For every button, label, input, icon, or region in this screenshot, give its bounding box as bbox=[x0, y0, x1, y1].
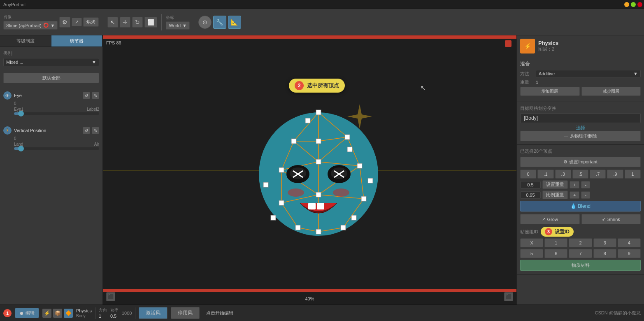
svg-rect-38 bbox=[347, 147, 352, 152]
svg-rect-27 bbox=[345, 135, 350, 140]
separator-3 bbox=[194, 14, 194, 30]
svg-rect-34 bbox=[295, 225, 300, 230]
annotation-text-2: 选中所有顶点 bbox=[307, 82, 339, 89]
tab-adjuster[interactable]: 调节器 bbox=[51, 35, 103, 47]
separator-2 bbox=[161, 14, 162, 30]
tab-hierarchy[interactable]: 等级制度 bbox=[0, 35, 51, 47]
ratio-weight-minus[interactable]: - bbox=[581, 191, 590, 199]
num-05[interactable]: .5 bbox=[572, 170, 588, 179]
material-btn[interactable]: 物质材料 bbox=[520, 260, 641, 271]
tool-active-2[interactable]: 📐 bbox=[228, 16, 241, 29]
bake-btn[interactable]: 烘烤 bbox=[83, 17, 99, 27]
method-chevron: ▼ bbox=[633, 71, 638, 76]
vertical-slider[interactable] bbox=[14, 147, 99, 150]
method-value: Additive bbox=[539, 71, 555, 76]
grow-btn[interactable]: ↗ Grow bbox=[520, 214, 580, 224]
settings-btn[interactable]: ⚙ bbox=[59, 17, 70, 28]
remove-physics-btn[interactable]: — 从物理中删除 bbox=[520, 131, 641, 141]
category-select[interactable]: Mixed ... ▼ bbox=[3, 58, 99, 66]
remove-icon: — bbox=[564, 134, 568, 139]
eye-slider[interactable] bbox=[14, 112, 99, 115]
tool-active-1[interactable]: 🔧 bbox=[213, 16, 226, 29]
grow-icon: ↗ bbox=[542, 216, 546, 222]
num-01[interactable]: .1 bbox=[537, 170, 553, 179]
id-4[interactable]: 4 bbox=[618, 238, 641, 247]
deactivate-wind-btn[interactable]: 停用风 bbox=[171, 307, 200, 319]
important-btn[interactable]: ⚙ 设置Important bbox=[520, 157, 641, 167]
select-tool-btn[interactable]: ↖ bbox=[107, 17, 118, 28]
id-x[interactable]: X bbox=[520, 238, 543, 247]
maximize-btn[interactable] bbox=[631, 2, 636, 7]
set-weight-minus[interactable]: - bbox=[581, 181, 590, 188]
svg-rect-24 bbox=[316, 110, 321, 115]
num-07[interactable]: .7 bbox=[590, 170, 606, 179]
settings-row: ⚙ ↗ 烘烤 bbox=[59, 17, 99, 28]
export-btn[interactable]: ↗ bbox=[72, 18, 82, 26]
set-weight-row: 0.5 设置重量 + - bbox=[520, 180, 641, 189]
id-8[interactable]: 8 bbox=[593, 249, 616, 258]
inc-layer-btn[interactable]: 增加图层 bbox=[520, 87, 580, 96]
default-all-btn[interactable]: 默认全部 bbox=[3, 73, 99, 83]
coordinate-dropdown[interactable]: World ▼ bbox=[166, 21, 189, 30]
svg-rect-29 bbox=[316, 159, 321, 164]
blend-main-btn[interactable]: 💧 Blend bbox=[520, 201, 641, 212]
left-panel-tabs: 等级制度 调节器 bbox=[0, 35, 102, 47]
sticker-id-display: 3 设置ID bbox=[541, 227, 574, 237]
eye-slider-thumb[interactable] bbox=[18, 111, 24, 116]
set-weight-label[interactable]: 设置重量 bbox=[542, 180, 568, 189]
eye-edit-btn[interactable]: ✎ bbox=[92, 92, 99, 99]
info-icon-1: ⚡ bbox=[42, 309, 51, 318]
dec-layer-btn[interactable]: 减少图层 bbox=[581, 87, 641, 96]
id-5[interactable]: 5 bbox=[520, 249, 543, 258]
id-1[interactable]: 1 bbox=[544, 238, 567, 247]
vertical-edit-btn[interactable]: ✎ bbox=[92, 127, 99, 134]
csdn-credit: CSDN @恬静的小魔龙 bbox=[595, 310, 641, 316]
title-bar: AnyPortrait bbox=[0, 0, 644, 9]
grid-btn[interactable]: ⊙ bbox=[198, 16, 212, 29]
window-controls[interactable] bbox=[624, 2, 642, 7]
id-row-1: X 1 2 3 4 bbox=[520, 238, 641, 247]
ratio-weight-plus[interactable]: + bbox=[570, 191, 579, 199]
num-0[interactable]: 0 bbox=[520, 170, 536, 179]
vertical-reset-btn[interactable]: ↺ bbox=[83, 127, 90, 134]
id-6[interactable]: 6 bbox=[544, 249, 567, 258]
select-link[interactable]: 选择 bbox=[576, 125, 585, 131]
vertical-labels: Land Air bbox=[3, 142, 99, 147]
move-tool-btn[interactable]: ✛ bbox=[120, 17, 130, 28]
annotation-text-1: 点击开始编辑 bbox=[206, 310, 233, 316]
svg-rect-33 bbox=[361, 196, 366, 201]
minimize-btn[interactable] bbox=[624, 2, 629, 7]
set-weight-plus[interactable]: + bbox=[570, 181, 579, 188]
vertical-param-controls: ↺ ✎ bbox=[83, 127, 99, 134]
vertical-slider-thumb[interactable] bbox=[18, 146, 24, 151]
blend-title: 混合 bbox=[520, 60, 641, 67]
canvas-zoom-in-btn[interactable]: ⬛ bbox=[504, 292, 513, 301]
coordinate-value: World bbox=[169, 23, 181, 28]
method-dropdown[interactable]: Additive ▼ bbox=[536, 70, 641, 77]
chevron-down-icon-2: ▼ bbox=[182, 23, 187, 28]
info-icons: ⚡ 📦 🔶 bbox=[42, 309, 73, 318]
coordinate-section: 坐标 World ▼ bbox=[166, 15, 189, 30]
vertex-count: 已选择28个顶点 bbox=[520, 148, 641, 154]
num-09[interactable]: .9 bbox=[607, 170, 623, 179]
num-03[interactable]: .3 bbox=[555, 170, 571, 179]
ratio-weight-label[interactable]: 比例重量 bbox=[542, 191, 568, 199]
id-9[interactable]: 9 bbox=[618, 249, 641, 258]
portrait-dropdown[interactable]: Slime (apPortrait) ⭕ ▼ bbox=[3, 21, 58, 30]
id-2[interactable]: 2 bbox=[569, 238, 592, 247]
direction-label: 方向 bbox=[99, 307, 107, 313]
canvas-zoom-out-btn[interactable]: ⬛ bbox=[106, 292, 115, 301]
svg-point-51 bbox=[288, 188, 304, 197]
eye-reset-btn[interactable]: ↺ bbox=[83, 92, 90, 99]
scale-tool-btn[interactable]: ⬜ bbox=[144, 17, 157, 28]
svg-rect-30 bbox=[357, 163, 362, 168]
num-1[interactable]: 1 bbox=[625, 170, 641, 179]
editing-btn[interactable]: ⏺ 编辑 bbox=[15, 308, 39, 318]
id-3[interactable]: 3 bbox=[593, 238, 616, 247]
close-btn[interactable] bbox=[637, 2, 642, 7]
activate-wind-btn[interactable]: 激活风 bbox=[139, 307, 167, 319]
svg-rect-25 bbox=[291, 139, 296, 144]
id-7[interactable]: 7 bbox=[569, 249, 592, 258]
rotate-tool-btn[interactable]: ↻ bbox=[132, 17, 143, 28]
shrink-btn[interactable]: ↙ Shrink bbox=[581, 214, 641, 224]
